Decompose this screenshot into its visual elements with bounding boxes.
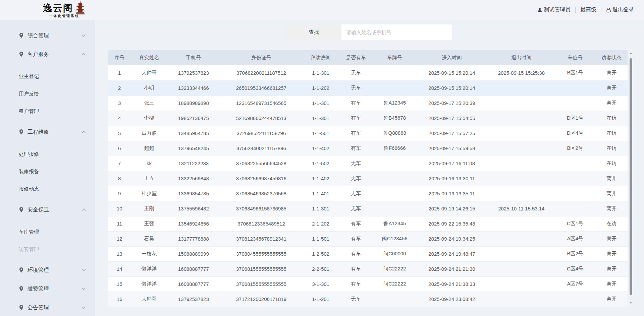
search-button[interactable]: 查找 [286,24,341,40]
cell-plate [374,65,416,80]
divider [575,7,576,13]
cell-parking-spot [555,156,595,171]
cell-visitor-status: 在访 [595,126,628,141]
cell-name: 懒洋洋 [131,261,168,276]
cell-has-car: 有车 [338,216,374,231]
cell-parking-spot: B区2号 [555,141,595,156]
cell-room: 1-1-301 [303,111,338,126]
cell-room: 1-1-502 [303,156,338,171]
cell-visitor-status: 离开 [595,276,628,292]
location-pin-icon [18,286,24,292]
sidebar-subitem[interactable]: 用户反馈 [0,85,95,103]
scroll-down-icon[interactable]: ▼ [629,300,633,306]
table-row[interactable]: 1大帅哥137925378233706822002111875121-1-301… [108,65,628,80]
cell-visitor-status: 在访 [595,156,628,171]
sidebar-subitem-active[interactable]: 访客管理 [0,241,95,258]
table-row[interactable]: 14懒洋洋160888877773706815555555555552-2-50… [108,261,628,276]
sidebar-subitem[interactable]: 车库管理 [0,223,95,241]
column-header: 退出时间 [488,50,555,65]
cell-exit-time [488,246,555,261]
sidebar-group-item[interactable]: 缴费管理 [0,279,95,298]
cell-plate [374,201,416,216]
sidebar-subitem[interactable]: 处理报修 [0,145,95,163]
sidebar-subitems: 业主登记用户反馈租户管理 [0,64,95,123]
table-row[interactable]: 3张三189889898981231654897315465651-1-301有… [108,96,628,111]
table-scrollbar: ▲ ▼ [629,50,633,307]
main-content: 查找 序号真实姓名手机号身份证号拜访房间是否有车车牌号进入时间退出时间车位号访客… [95,20,644,316]
user-role[interactable]: 最高级 [580,6,596,13]
cell-phone: 13546924856 [167,216,219,231]
sidebar-group-label: 缴费管理 [28,286,82,293]
cell-parking-spot [555,171,595,186]
scroll-up-icon[interactable]: ▲ [629,50,633,56]
cell-id-number: 37068123365489512 [219,216,303,231]
cell-enter-time: 2025-09-24 23:08:42 [416,292,488,307]
logout-button[interactable]: 退出登录 [606,6,634,13]
cell-parking-spot [555,80,595,96]
sidebar-group-item[interactable]: 安全保卫 [0,200,95,219]
sidebar-subitem[interactable]: 租户管理 [0,103,95,120]
table-row[interactable]: 6超超137965482453756284002111578961-1-402有… [108,141,628,156]
table-row[interactable]: 10王刚137555964823706849661587369851-1-301… [108,201,628,216]
cell-parking-spot: B区1号 [555,65,595,80]
cell-has-car: 有车 [338,276,374,292]
cell-has-car: 有车 [338,96,374,111]
cell-id-number: 370682566987459816 [219,171,303,186]
cell-exit-time: 2025-10-11 15:53:14 [488,201,555,216]
table-row[interactable]: 4李柳198521364755216986662444785131-1-301有… [108,111,628,126]
cell-id-number: 371721200206171819 [219,292,303,307]
cell-phone: 15088889999 [167,246,219,261]
cell-plate: 鲁F66666 [374,141,416,156]
table-row[interactable]: 2小明132333444662650195334666812571-1-202无… [108,80,628,96]
sidebar-group-item[interactable]: 工程维修 [0,123,95,141]
cell-exit-time [488,141,555,156]
cell-index: 6 [108,141,131,156]
sidebar-subitem[interactable]: 业主登记 [0,68,95,85]
scrollbar-thumb[interactable] [630,58,632,295]
cell-has-car: 有车 [338,246,374,261]
cell-plate: 鲁A12345 [374,216,416,231]
table-row[interactable]: 15懒洋洋160888877773706815555555555553-1-30… [108,276,628,292]
logo-title: 逸云阁 [43,3,73,13]
current-user[interactable]: 测试管理员 [537,6,571,13]
cell-name: 大帅哥 [131,292,168,307]
column-header: 进入时间 [416,50,488,65]
sidebar-subitem[interactable]: 装修报备 [0,163,95,180]
table-row[interactable]: 11王强13546924856370681233654895122-1-202有… [108,216,628,231]
cell-room: 2-2-501 [303,261,338,276]
cell-exit-time [488,292,555,307]
sidebar-group-item[interactable]: 环境管理 [0,261,95,279]
table-row[interactable]: 12石昊131777788883708123456789123411-1-501… [108,231,628,246]
cell-enter-time: 2025-09-19 14:26:15 [416,201,488,216]
cell-phone: 13233344466 [167,80,219,96]
cell-room: 1-1-202 [303,80,338,96]
sidebar-group-item[interactable]: 综合管理 [0,26,95,45]
sidebar-group-item[interactable]: 公告管理 [0,298,95,316]
search-input[interactable] [341,24,452,40]
cell-name: 懒洋洋 [131,276,168,292]
cell-index: 13 [108,246,131,261]
table-row[interactable]: 5吕万波134859647853726985221111587961-1-501… [108,126,628,141]
column-header: 车牌号 [374,50,416,65]
table-row[interactable]: 8王五133225698483706825669874598161-1-402无… [108,171,628,186]
table-row[interactable]: 7kk132112222333706822555666945281-1-502无… [108,156,628,171]
sidebar-group-label: 综合管理 [28,32,82,39]
column-header: 序号 [108,50,131,65]
chevron-down-icon [82,34,86,37]
cell-room: 1-1-301 [303,96,338,111]
chevron-up-icon [82,131,86,133]
lock-icon [606,7,611,13]
cell-plate: 鲁Q88888 [374,126,416,141]
cell-has-car: 无车 [338,171,374,186]
sidebar-group-item[interactable]: 客户服务 [0,45,95,64]
cell-enter-time: 2025-09-22 15:35:48 [416,216,488,231]
cell-enter-time: 2025-09-17 15:57:25 [416,126,488,141]
table-row[interactable]: 16大帅哥137925378233717212002061718191-1-20… [108,292,628,307]
cell-index: 3 [108,96,131,111]
location-pin-icon [18,267,24,273]
cell-has-car: 有车 [338,126,374,141]
table-row[interactable]: 9杜少堃133698547853706854698523765681-1-401… [108,186,628,201]
table-row[interactable]: 13一枝花150888899993708045555555555551-2-50… [108,246,628,261]
cell-phone: 16088887777 [167,261,219,276]
sidebar-subitem[interactable]: 报修动态 [0,180,95,198]
